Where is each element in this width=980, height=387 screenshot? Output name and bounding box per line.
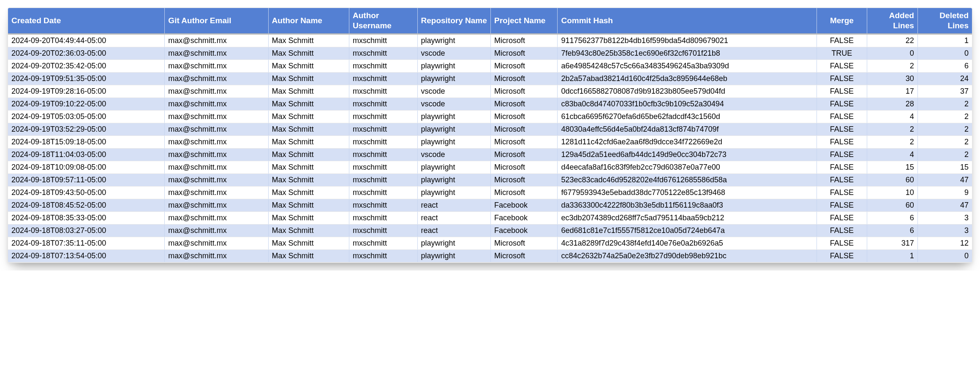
table-row[interactable]: 2024-09-20T04:49:44-05:00max@schmitt.mxM… <box>8 34 972 47</box>
table-row[interactable]: 2024-09-19T09:28:16-05:00max@schmitt.mxM… <box>8 85 972 97</box>
cell-merge: FALSE <box>817 237 867 249</box>
cell-hash: 9117562377b8122b4db16f599bda54d809679021 <box>558 34 817 47</box>
cell-project: Microsoft <box>490 34 558 47</box>
cell-deleted: 3 <box>917 211 972 224</box>
table-row[interactable]: 2024-09-18T09:43:50-05:00max@schmitt.mxM… <box>8 186 972 199</box>
cell-username: mxschmitt <box>349 47 418 60</box>
cell-merge: FALSE <box>817 173 867 186</box>
cell-username: mxschmitt <box>349 224 418 237</box>
table-row[interactable]: 2024-09-18T07:35:11-05:00max@schmitt.mxM… <box>8 237 972 249</box>
table-row[interactable]: 2024-09-18T09:57:11-05:00max@schmitt.mxM… <box>8 173 972 186</box>
table-row[interactable]: 2024-09-18T11:04:03-05:00max@schmitt.mxM… <box>8 148 972 161</box>
table-row[interactable]: 2024-09-18T08:03:27-05:00max@schmitt.mxM… <box>8 224 972 237</box>
table-row[interactable]: 2024-09-19T09:10:22-05:00max@schmitt.mxM… <box>8 97 972 110</box>
cell-hash: 523ec83cadc46d9528202e4fd67612685586d58a <box>558 173 817 186</box>
cell-author: Max Schmitt <box>268 97 349 110</box>
column-header-added[interactable]: Added Lines <box>867 8 918 34</box>
cell-created: 2024-09-18T08:45:52-05:00 <box>8 199 165 211</box>
cell-email: max@schmitt.mx <box>165 60 268 72</box>
cell-deleted: 47 <box>917 173 972 186</box>
cell-username: mxschmitt <box>349 135 418 148</box>
cell-deleted: 2 <box>917 97 972 110</box>
table-row[interactable]: 2024-09-19T05:03:05-05:00max@schmitt.mxM… <box>8 110 972 123</box>
cell-hash: 0dccf1665882708087d9b91823b805ee579d04fd <box>558 85 817 97</box>
column-header-project[interactable]: Project Name <box>490 8 558 34</box>
cell-author: Max Schmitt <box>268 186 349 199</box>
cell-email: max@schmitt.mx <box>165 97 268 110</box>
cell-author: Max Schmitt <box>268 85 349 97</box>
cell-username: mxschmitt <box>349 72 418 85</box>
cell-deleted: 2 <box>917 148 972 161</box>
cell-deleted: 2 <box>917 123 972 135</box>
cell-email: max@schmitt.mx <box>165 110 268 123</box>
cell-project: Microsoft <box>490 249 558 262</box>
column-header-email[interactable]: Git Author Email <box>165 8 268 34</box>
table-row[interactable]: 2024-09-19T03:52:29-05:00max@schmitt.mxM… <box>8 123 972 135</box>
column-header-repo[interactable]: Repository Name <box>417 8 490 34</box>
cell-repo: playwright <box>417 60 490 72</box>
table-row[interactable]: 2024-09-20T02:35:42-05:00max@schmitt.mxM… <box>8 60 972 72</box>
cell-author: Max Schmitt <box>268 199 349 211</box>
cell-repo: playwright <box>417 135 490 148</box>
table-row[interactable]: 2024-09-18T08:35:33-05:00max@schmitt.mxM… <box>8 211 972 224</box>
cell-author: Max Schmitt <box>268 249 349 262</box>
cell-username: mxschmitt <box>349 34 418 47</box>
cell-created: 2024-09-19T09:51:35-05:00 <box>8 72 165 85</box>
table-row[interactable]: 2024-09-18T08:45:52-05:00max@schmitt.mxM… <box>8 199 972 211</box>
cell-email: max@schmitt.mx <box>165 123 268 135</box>
table-row[interactable]: 2024-09-18T07:13:54-05:00max@schmitt.mxM… <box>8 249 972 262</box>
cell-merge: FALSE <box>817 135 867 148</box>
cell-email: max@schmitt.mx <box>165 237 268 249</box>
cell-username: mxschmitt <box>349 211 418 224</box>
cell-email: max@schmitt.mx <box>165 199 268 211</box>
cell-merge: FALSE <box>817 123 867 135</box>
cell-username: mxschmitt <box>349 60 418 72</box>
cell-merge: FALSE <box>817 249 867 262</box>
table-row[interactable]: 2024-09-19T09:51:35-05:00max@schmitt.mxM… <box>8 72 972 85</box>
cell-hash: cc84c2632b74a25a0e2e3fb27d90deb98eb921bc <box>558 249 817 262</box>
cell-repo: playwright <box>417 161 490 173</box>
cell-deleted: 2 <box>917 135 972 148</box>
cell-project: Facebook <box>490 224 558 237</box>
cell-added: 22 <box>867 34 918 47</box>
cell-merge: FALSE <box>817 97 867 110</box>
cell-author: Max Schmitt <box>268 110 349 123</box>
cell-deleted: 24 <box>917 72 972 85</box>
cell-added: 60 <box>867 173 918 186</box>
cell-project: Facebook <box>490 211 558 224</box>
table-row[interactable]: 2024-09-18T10:09:08-05:00max@schmitt.mxM… <box>8 161 972 173</box>
cell-project: Microsoft <box>490 173 558 186</box>
cell-merge: FALSE <box>817 110 867 123</box>
cell-deleted: 0 <box>917 249 972 262</box>
column-header-created[interactable]: Created Date <box>8 8 165 34</box>
column-header-merge[interactable]: Merge <box>817 8 867 34</box>
table-header: Created DateGit Author EmailAuthor NameA… <box>8 8 972 34</box>
cell-hash: c83ba0c8d47407033f1b0cfb3c9b109c52a30494 <box>558 97 817 110</box>
cell-repo: playwright <box>417 173 490 186</box>
cell-merge: FALSE <box>817 211 867 224</box>
cell-username: mxschmitt <box>349 237 418 249</box>
cell-repo: vscode <box>417 97 490 110</box>
table-row[interactable]: 2024-09-20T02:36:03-05:00max@schmitt.mxM… <box>8 47 972 60</box>
cell-added: 317 <box>867 237 918 249</box>
cell-author: Max Schmitt <box>268 34 349 47</box>
cell-username: mxschmitt <box>349 186 418 199</box>
cell-repo: react <box>417 199 490 211</box>
cell-hash: da3363300c4222f80b3b3e5db11f56119c8aa0f3 <box>558 199 817 211</box>
cell-hash: 6ed681c81e7c1f5557f5812ce10a05d724eb647a <box>558 224 817 237</box>
table-row[interactable]: 2024-09-18T15:09:18-05:00max@schmitt.mxM… <box>8 135 972 148</box>
cell-merge: FALSE <box>817 85 867 97</box>
column-header-deleted[interactable]: Deleted Lines <box>917 8 972 34</box>
cell-merge: FALSE <box>817 186 867 199</box>
column-header-username[interactable]: Author Username <box>349 8 418 34</box>
column-header-hash[interactable]: Commit Hash <box>558 8 817 34</box>
column-header-author[interactable]: Author Name <box>268 8 349 34</box>
cell-deleted: 47 <box>917 199 972 211</box>
cell-repo: react <box>417 224 490 237</box>
cell-project: Microsoft <box>490 135 558 148</box>
cell-merge: FALSE <box>817 60 867 72</box>
cell-merge: TRUE <box>817 47 867 60</box>
cell-repo: vscode <box>417 148 490 161</box>
cell-created: 2024-09-19T05:03:05-05:00 <box>8 110 165 123</box>
cell-email: max@schmitt.mx <box>165 249 268 262</box>
